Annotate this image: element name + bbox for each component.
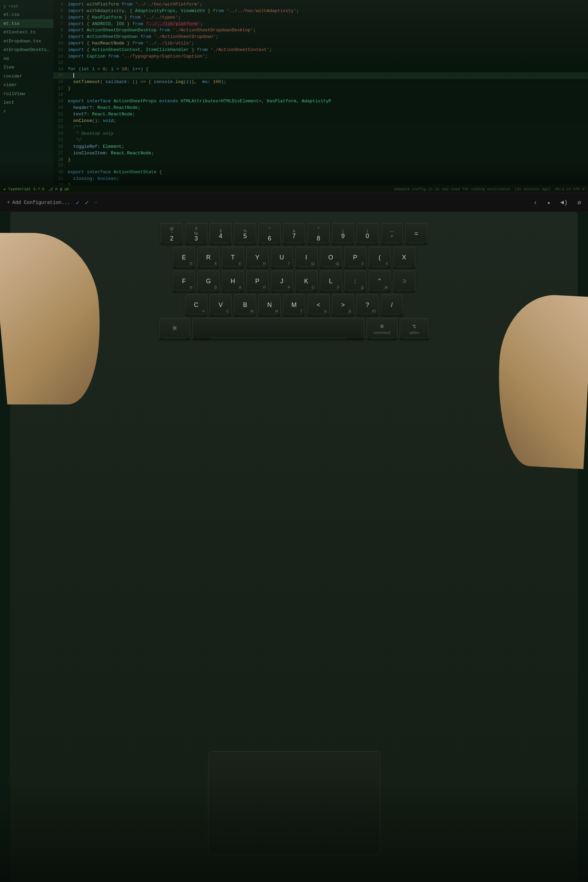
- code-line-10: 10 import { hasReactNode } from '../../l…: [53, 40, 588, 47]
- key-space[interactable]: [192, 318, 364, 339]
- key-rp[interactable]: Р П: [246, 270, 268, 292]
- key-x[interactable]: X: [393, 247, 416, 268]
- code-line-11: 11 import { ActionSheetContext, ItemClic…: [53, 47, 588, 53]
- sidebar-item-lect[interactable]: lect: [0, 98, 53, 107]
- key-j[interactable]: J Р: [271, 270, 293, 292]
- key-slash[interactable]: /: [381, 294, 403, 316]
- code-line-16: 16 setTimeout( callback: () => { console…: [53, 79, 588, 86]
- sidebar-item-dropdown[interactable]: etDropdown.tsx: [0, 37, 53, 46]
- status-info: webpack.config.js is now used for coding…: [394, 187, 551, 191]
- key-quote[interactable]: " ;Ж: [369, 270, 391, 292]
- command-label: command: [374, 330, 390, 334]
- sidebar-item-dropdown-desktop[interactable]: etDropdownDesktop.tsx: [0, 45, 53, 54]
- code-line-20: 20 header?: React.ReactNode;: [53, 105, 588, 111]
- touch-bar: + Add Configuration... ✓ ✓ · ‹ ✦ ◄) ⊘: [0, 193, 588, 212]
- option-symbol: ⌥: [412, 323, 416, 330]
- key-5[interactable]: % 5: [234, 223, 256, 244]
- key-c[interactable]: C Ч: [185, 294, 207, 316]
- key-8[interactable]: * ; 8: [307, 223, 330, 244]
- key-0[interactable]: ) 0: [356, 223, 379, 244]
- sidebar-item-css[interactable]: et.css: [0, 10, 53, 19]
- key-b[interactable]: B М: [234, 294, 256, 316]
- status-left: ⬥ TypeScript 3.7.5 ⎇ P @ OP: [3, 187, 69, 192]
- key-4[interactable]: $ 4: [209, 223, 232, 244]
- key-m[interactable]: M Т: [283, 294, 305, 316]
- key-open-bracket[interactable]: ( Х: [369, 247, 391, 268]
- key-lt[interactable]: < Ь: [307, 294, 330, 316]
- key-2[interactable]: @ " 2: [160, 223, 183, 244]
- mute-icon[interactable]: ⊘: [578, 199, 581, 206]
- key-command-right[interactable]: ⌘ command: [366, 318, 398, 339]
- code-line-5: 5 import withAdaptivity, { AdaptivityPro…: [53, 8, 588, 15]
- key-9[interactable]: ( 9: [332, 223, 354, 244]
- code-line-29: 29: [53, 163, 588, 169]
- key-p[interactable]: P З: [344, 247, 366, 268]
- key-question[interactable]: ? .Ю: [356, 294, 379, 316]
- keyboard-row-numbers: @ " 2 # № 3 $ 4 % 5 ^: [24, 223, 564, 244]
- key-r[interactable]: R К: [197, 247, 220, 268]
- trackpad[interactable]: [208, 751, 380, 854]
- key-7[interactable]: & 7: [283, 223, 305, 244]
- code-line-6: 6 import { HasPlatform } from '../../typ…: [53, 15, 588, 21]
- code-line-19: 19 export interface ActionSheetProps ext…: [53, 98, 588, 105]
- key-command-left[interactable]: ⌘: [159, 318, 190, 339]
- code-line-8: 8 import ActionSheetDropdownDesktop from…: [53, 27, 588, 34]
- code-line-23: 23 /**: [53, 124, 588, 130]
- sidebar-item-provider[interactable]: rovider: [0, 72, 53, 81]
- volume-icon[interactable]: ◄): [561, 199, 568, 206]
- add-config-label: Add Configuration...: [12, 200, 70, 206]
- key-i[interactable]: I Ш: [295, 247, 318, 268]
- status-bar: ⬥ TypeScript 3.7.5 ⎇ P @ OP webpack.conf…: [0, 185, 588, 193]
- keyboard-row-zxcv: C Ч V С B М N И M Т: [24, 294, 564, 316]
- code-line-28: 28 }: [53, 157, 588, 163]
- key-phi[interactable]: F Ф: [173, 270, 195, 292]
- status-git: ⎇ P @ OP: [49, 187, 69, 192]
- key-h[interactable]: H А: [222, 270, 244, 292]
- sidebar-item-item[interactable]: Item: [0, 63, 53, 72]
- option-label: option: [409, 330, 420, 334]
- keyboard-container: @ " 2 # № 3 $ 4 % 5 ^: [21, 219, 567, 346]
- sidebar-item-context[interactable]: etContext.ts: [0, 28, 53, 37]
- key-minus[interactable]: — -: [381, 223, 403, 244]
- chevron-left-icon[interactable]: ‹: [534, 199, 537, 206]
- code-line-12: 12 import Caption from '../Typography/Ca…: [53, 53, 588, 60]
- key-colon[interactable]: : Д: [344, 270, 366, 292]
- brightness-icon[interactable]: ✦: [547, 199, 551, 206]
- sidebar-item-rollview[interactable]: rollView: [0, 90, 53, 99]
- code-line-27: 27 iosCloseItem: React.ReactNode;: [53, 150, 588, 157]
- key-y[interactable]: Y Н: [246, 247, 268, 268]
- code-line-22: 22 onClose(): void;: [53, 118, 588, 124]
- key-l[interactable]: L Л: [320, 270, 342, 292]
- key-o[interactable]: O Щ: [320, 247, 342, 268]
- status-language: ⬥ TypeScript 3.7.5: [3, 187, 44, 191]
- key-g[interactable]: G В: [197, 270, 220, 292]
- touch-check-blue-icon[interactable]: ✓: [76, 199, 80, 206]
- key-n[interactable]: N И: [258, 294, 281, 316]
- key-k[interactable]: K О: [295, 270, 318, 292]
- command-symbol-right: ⌘: [380, 323, 384, 330]
- code-line-9: 9 import ActionSheetDropdown from './Act…: [53, 34, 588, 40]
- touch-check-green-icon[interactable]: ✓: [85, 199, 88, 206]
- code-line-18: 18: [53, 92, 588, 98]
- key-t[interactable]: T Е: [222, 247, 244, 268]
- key-e2[interactable]: Э: [393, 270, 416, 292]
- code-editor[interactable]: 4 import withPlatform from '../../hoc/wi…: [53, 0, 588, 186]
- key-equals[interactable]: =: [405, 223, 428, 244]
- key-3[interactable]: # № 3: [185, 223, 207, 244]
- key-gt[interactable]: > ,Б: [332, 294, 354, 316]
- key-6[interactable]: ^ : 6: [258, 223, 281, 244]
- code-line-14: 14 for (let i = 0; i < 10; i++) {: [53, 66, 588, 73]
- key-e[interactable]: E И: [173, 247, 195, 268]
- key-option[interactable]: ⌥ option: [400, 318, 429, 339]
- sidebar-item-r[interactable]: r: [0, 107, 53, 116]
- sidebar-item-vider[interactable]: vider: [0, 81, 53, 90]
- touch-bar-add-config[interactable]: + Add Configuration...: [7, 200, 70, 206]
- key-v[interactable]: V С: [209, 294, 232, 316]
- code-line-4: 4 import withPlatform from '../../hoc/wi…: [53, 2, 588, 8]
- command-symbol: ⌘: [172, 324, 177, 333]
- touch-dot: ·: [94, 199, 98, 206]
- sidebar-item-tsx[interactable]: et.tsx: [0, 19, 53, 28]
- key-u[interactable]: U Г: [271, 247, 293, 268]
- code-line-31: 31 closing: boolean;: [53, 176, 588, 182]
- sidebar-item-nd[interactable]: nd: [0, 54, 53, 63]
